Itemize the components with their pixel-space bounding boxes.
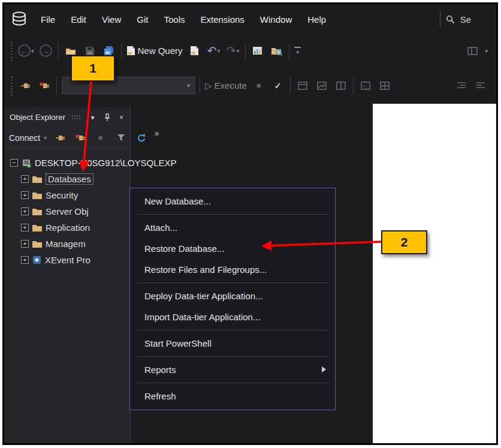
tree-node-label: Server Obj <box>46 206 89 217</box>
menu-file[interactable]: File <box>33 11 63 28</box>
tree-node-label: XEvent Pro <box>45 255 90 265</box>
databases-context-menu: New Database... Attach... Restore Databa… <box>129 188 336 410</box>
menu-separator <box>138 282 329 283</box>
server-icon <box>22 158 31 168</box>
expand-icon[interactable]: + <box>21 240 29 248</box>
panel-menu-icon[interactable]: ▾ <box>87 112 98 122</box>
undo-icon[interactable]: ↶▾ <box>207 42 221 60</box>
collapse-icon[interactable]: − <box>10 159 18 167</box>
connect-server-icon[interactable] <box>53 131 67 145</box>
toolbar-overflow-icon[interactable]: ▾ <box>294 47 301 55</box>
change-connection-icon[interactable] <box>37 77 52 95</box>
xevent-icon <box>32 255 41 264</box>
tree-node-label: Databases <box>46 173 93 185</box>
toolbar-separator <box>58 43 59 59</box>
navigate-forward-icon[interactable]: → <box>39 42 53 60</box>
connect-icon[interactable] <box>18 77 32 95</box>
toolbar-separator <box>353 77 354 94</box>
ssms-logo-icon <box>10 10 28 28</box>
refresh-icon[interactable] <box>134 131 149 145</box>
menu-separator <box>138 330 329 330</box>
execute-button[interactable]: ▷ Execute <box>205 77 247 95</box>
object-explorer-titlebar[interactable]: Object Explorer ▾ × <box>4 107 130 127</box>
toolbar-overflow-icon[interactable]: » <box>155 127 159 139</box>
close-icon[interactable]: × <box>116 112 126 122</box>
toolbar-separator <box>245 43 246 59</box>
callout-step-1: 1 <box>71 55 115 82</box>
include-client-statistics-icon[interactable] <box>378 77 392 95</box>
menu-separator <box>440 11 440 27</box>
panel-drag-handle[interactable] <box>71 115 82 120</box>
menu-item-restore-files-and-filegroups[interactable]: Restore Files and Filegroups... <box>130 259 335 280</box>
folder-icon <box>32 208 42 215</box>
menu-item-attach[interactable]: Attach... <box>130 217 335 238</box>
indent-decrease-icon[interactable] <box>454 77 469 95</box>
cancel-query-icon[interactable]: ■ <box>252 77 266 95</box>
pin-icon[interactable] <box>102 112 112 122</box>
activity-monitor-icon[interactable] <box>251 42 265 60</box>
stop-icon[interactable]: ■ <box>93 131 108 145</box>
expand-icon[interactable]: + <box>21 256 29 264</box>
menu-item-import-data-tier-application[interactable]: Import Data-tier Application... <box>130 306 335 327</box>
submenu-arrow-icon <box>322 366 326 372</box>
toolbar-drag-handle[interactable] <box>10 41 13 61</box>
estimated-plan-icon[interactable] <box>295 77 310 95</box>
tree-node-label: Managem <box>46 239 86 249</box>
indent-increase-icon[interactable] <box>473 77 488 95</box>
toolbar-separator <box>200 77 200 94</box>
tree-node-server[interactable]: − DESKTOP-H0SG912\LOYSQLEXP <box>4 155 184 171</box>
tree-node-databases[interactable]: + Databases <box>4 171 184 187</box>
folder-icon <box>32 224 42 231</box>
menu-item-deploy-data-tier-application[interactable]: Deploy Data-tier Application... <box>130 285 335 306</box>
expand-icon[interactable]: + <box>21 208 29 215</box>
object-explorer-title: Object Explorer <box>10 113 65 122</box>
connect-dropdown[interactable]: Connect ▾ <box>9 133 47 143</box>
navigate-backward-icon[interactable]: ←▾ <box>18 42 34 60</box>
object-explorer-panel: Object Explorer ▾ × Connect ▾ ■ » − <box>4 107 131 443</box>
live-query-statistics-icon[interactable] <box>315 77 329 95</box>
folder-icon <box>32 175 42 183</box>
toolbar-separator <box>56 77 57 94</box>
menu-item-restore-database[interactable]: Restore Database... <box>130 238 335 259</box>
menu-separator <box>138 383 329 383</box>
menu-tools[interactable]: Tools <box>156 11 192 28</box>
disconnect-server-icon[interactable] <box>73 131 87 145</box>
search-box[interactable]: Se <box>460 14 471 25</box>
menu-item-new-database[interactable]: New Database... <box>130 191 335 212</box>
chevron-down-icon: ▾ <box>187 82 190 89</box>
toolbar-drag-handle[interactable] <box>10 76 13 96</box>
window-layout-icon[interactable] <box>465 42 479 60</box>
new-query-button[interactable]: New Query <box>126 42 183 60</box>
menu-git[interactable]: Git <box>129 11 156 28</box>
sqlcmd-mode-icon[interactable]: >_ <box>358 77 373 95</box>
object-explorer-toolbar: Connect ▾ ■ » <box>4 127 130 149</box>
menu-item-refresh[interactable]: Refresh <box>130 386 335 407</box>
toolbar-separator <box>121 43 122 59</box>
object-explorer-details-icon[interactable] <box>270 42 284 60</box>
expand-icon[interactable]: + <box>21 175 29 183</box>
expand-icon[interactable]: + <box>21 191 29 199</box>
filter-icon[interactable] <box>114 131 128 145</box>
folder-icon <box>32 240 42 248</box>
menu-help[interactable]: Help <box>300 11 334 28</box>
toolbar-separator <box>290 77 291 94</box>
tree-node-label: Replication <box>46 223 90 233</box>
menu-toolbar-area: File Edit View Git Tools Extensions Wind… <box>4 4 496 104</box>
callout-step-2: 2 <box>381 230 427 254</box>
tree-node-label: Security <box>46 190 78 200</box>
query-options-icon[interactable] <box>334 77 348 95</box>
parse-icon[interactable]: ✓ <box>271 77 285 95</box>
redo-icon[interactable]: ↷▾ <box>226 42 240 60</box>
open-query-icon[interactable] <box>188 42 202 60</box>
toolbar-separator <box>289 43 289 59</box>
menu-window[interactable]: Window <box>252 11 300 28</box>
menu-item-start-powershell[interactable]: Start PowerShell <box>130 333 335 354</box>
menu-item-reports[interactable]: Reports <box>130 359 335 380</box>
menu-view[interactable]: View <box>94 11 129 28</box>
tree-node-label: DESKTOP-H0SG912\LOYSQLEXP <box>35 158 177 168</box>
expand-icon[interactable]: + <box>21 224 29 231</box>
menu-extensions[interactable]: Extensions <box>192 11 252 28</box>
search-icon[interactable] <box>446 15 455 24</box>
menu-edit[interactable]: Edit <box>63 11 94 28</box>
chevron-down-icon[interactable]: ▾ <box>485 48 488 54</box>
